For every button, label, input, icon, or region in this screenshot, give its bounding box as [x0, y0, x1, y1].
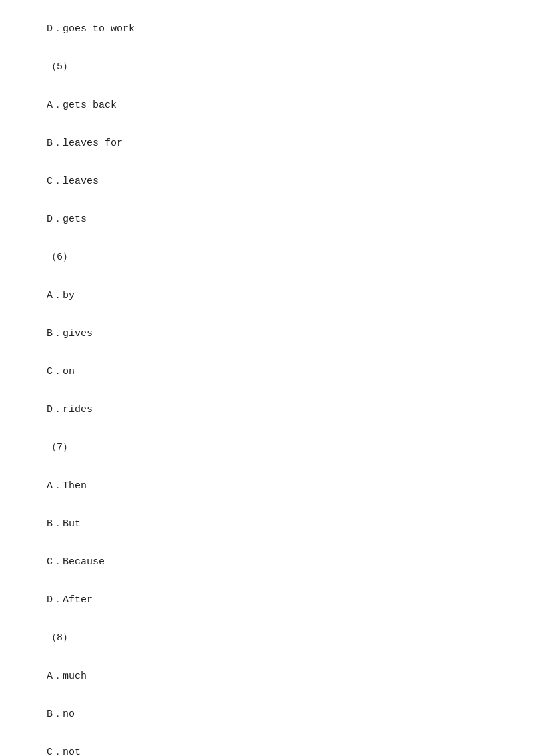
text-line — [47, 420, 487, 439]
text-line — [47, 230, 487, 249]
text-line — [47, 458, 487, 478]
text-line — [47, 344, 487, 363]
text-line — [47, 572, 487, 592]
text-line: A．gets back — [47, 96, 487, 116]
text-line — [47, 192, 487, 211]
text-line: B．leaves for — [47, 134, 487, 154]
text-line: D．gets — [47, 210, 487, 230]
text-line — [47, 496, 487, 516]
text-line — [47, 154, 487, 173]
page-content: D．goes to work （5） A．gets back B．leaves … — [0, 0, 534, 756]
text-line: （5） — [47, 58, 487, 77]
text-line: C．not — [47, 743, 487, 756]
text-line: （7） — [47, 439, 487, 458]
text-line: B．gives — [47, 325, 487, 344]
text-line: A．Then — [47, 477, 487, 496]
text-line: A．by — [47, 287, 487, 306]
text-line — [47, 268, 487, 287]
text-line — [47, 382, 487, 401]
text-line — [47, 39, 487, 59]
text-line — [47, 116, 487, 135]
text-line: （8） — [47, 629, 487, 648]
text-line: （6） — [47, 248, 487, 268]
text-line: D．goes to work — [47, 20, 487, 39]
text-line — [47, 725, 487, 744]
text-line — [47, 648, 487, 668]
text-line — [47, 687, 487, 706]
text-line — [47, 77, 487, 97]
text-line: C．leaves — [47, 172, 487, 192]
text-line: D．After — [47, 591, 487, 610]
lines-container: D．goes to work （5） A．gets back B．leaves … — [47, 20, 487, 756]
text-line — [47, 534, 487, 554]
text-line — [47, 610, 487, 630]
text-line: D．rides — [47, 401, 487, 420]
text-line: C．on — [47, 363, 487, 382]
text-line: B．But — [47, 515, 487, 534]
text-line: C．Because — [47, 553, 487, 572]
text-line: A．much — [47, 667, 487, 687]
text-line — [47, 306, 487, 325]
text-line: B．no — [47, 705, 487, 725]
